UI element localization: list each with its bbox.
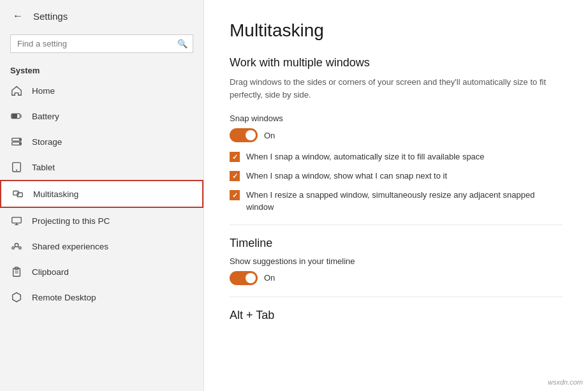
checkbox-row-3: When I resize a snapped window, simultan… [230, 189, 562, 212]
section-timeline-title: Timeline [230, 237, 562, 250]
sidebar-item-multitasking-label: Multitasking [33, 189, 78, 199]
timeline-toggle[interactable] [230, 271, 258, 285]
sidebar-item-storage[interactable]: Storage [0, 129, 203, 154]
svg-point-6 [20, 139, 21, 140]
checkbox-3[interactable] [230, 190, 240, 200]
svg-rect-3 [12, 115, 17, 118]
sidebar-item-home[interactable]: Home [0, 78, 203, 103]
snap-toggle[interactable] [230, 128, 258, 142]
snap-toggle-text: On [264, 131, 275, 140]
sidebar-item-tablet-label: Tablet [32, 163, 55, 172]
svg-rect-12 [12, 218, 21, 223]
multitasking-icon [11, 188, 24, 200]
svg-line-18 [14, 246, 15, 247]
section-windows-title: Work with multiple windows [230, 56, 562, 70]
section-windows-desc: Drag windows to the sides or corners of … [230, 76, 562, 101]
search-box[interactable]: 🔍 [10, 34, 193, 53]
clipboard-icon [10, 265, 23, 278]
timeline-toggle-row: On [230, 271, 562, 285]
system-label: System [0, 61, 203, 78]
svg-point-17 [19, 247, 22, 249]
watermark: wsxdn.com [548, 378, 583, 386]
back-button[interactable]: ← [10, 8, 26, 24]
sidebar-item-clipboard[interactable]: Clipboard [0, 259, 203, 284]
checkbox-2[interactable] [230, 171, 240, 181]
sidebar-item-shared-label: Shared experiences [32, 242, 108, 251]
sidebar-item-projecting[interactable]: Projecting to this PC [0, 208, 203, 233]
sidebar-header: ← Settings [0, 0, 203, 32]
sidebar-item-home-label: Home [32, 86, 55, 96]
storage-icon [10, 135, 23, 148]
remote-icon [10, 291, 23, 304]
battery-icon [10, 110, 23, 122]
timeline-toggle-label: Show suggestions in your timeline [230, 256, 562, 266]
search-icon: 🔍 [172, 39, 193, 48]
checkbox-label-3: When I resize a snapped window, simultan… [246, 189, 562, 212]
page-title: Multitasking [230, 20, 562, 41]
sidebar-item-remote-label: Remote Desktop [32, 293, 96, 302]
sidebar-item-battery-label: Battery [32, 112, 59, 121]
sidebar-title: Settings [33, 11, 68, 22]
sidebar-item-multitasking[interactable]: Multitasking [0, 180, 203, 208]
snap-toggle-row: On [230, 128, 562, 142]
svg-point-16 [12, 247, 15, 249]
sidebar-item-storage-label: Storage [32, 137, 62, 147]
sidebar: ← Settings 🔍 System Home Battery [0, 0, 204, 391]
main-content: Multitasking Work with multiple windows … [204, 0, 588, 391]
checkbox-label-2: When I snap a window, show what I can sn… [246, 170, 447, 182]
checkbox-row-1: When I snap a window, automatically size… [230, 151, 562, 163]
svg-point-7 [20, 143, 21, 144]
snap-toggle-thumb [246, 130, 256, 140]
shared-icon [10, 240, 23, 253]
divider-1 [230, 225, 562, 225]
snap-windows-label: Snap windows [230, 114, 562, 123]
home-icon [10, 84, 23, 97]
sidebar-item-battery[interactable]: Battery [0, 103, 203, 129]
divider-2 [230, 297, 562, 297]
checkbox-label-1: When I snap a window, automatically size… [246, 151, 485, 163]
checkbox-row-2: When I snap a window, show what I can sn… [230, 170, 562, 182]
sidebar-item-shared[interactable]: Shared experiences [0, 233, 203, 259]
projecting-icon [10, 214, 23, 227]
tablet-icon [10, 161, 23, 173]
sidebar-item-remote[interactable]: Remote Desktop [0, 284, 203, 310]
checkbox-1[interactable] [230, 152, 240, 162]
timeline-toggle-track [230, 271, 258, 285]
timeline-toggle-thumb [246, 273, 256, 283]
snap-toggle-track [230, 128, 258, 142]
sidebar-item-tablet[interactable]: Tablet [0, 154, 203, 180]
timeline-toggle-text: On [264, 273, 275, 283]
sidebar-item-clipboard-label: Clipboard [32, 267, 69, 277]
svg-line-19 [18, 246, 19, 247]
search-input[interactable] [11, 35, 172, 52]
section-alttab-title: Alt + Tab [230, 309, 562, 322]
sidebar-item-projecting-label: Projecting to this PC [32, 216, 110, 226]
